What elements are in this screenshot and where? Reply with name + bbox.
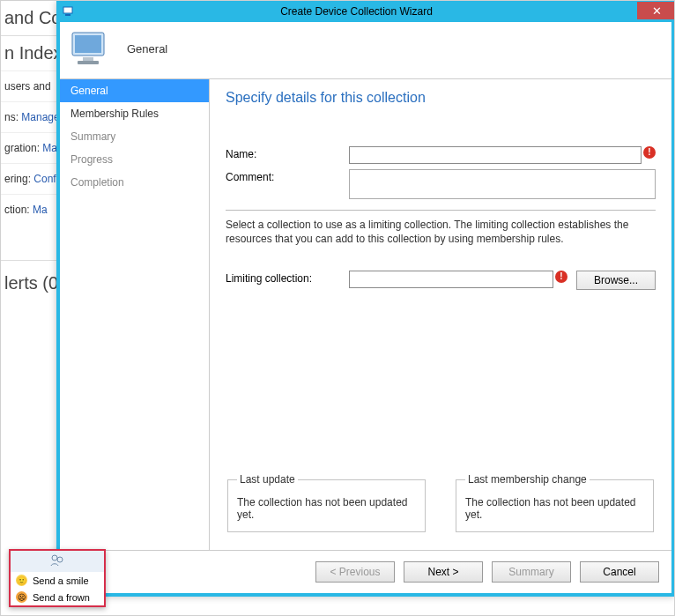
titlebar: Create Device Collection Wizard ✕ — [56, 1, 675, 22]
close-icon: ✕ — [652, 4, 662, 18]
previous-button[interactable]: < Previous — [315, 561, 395, 583]
svg-rect-4 — [83, 57, 93, 61]
summary-button[interactable]: Summary — [492, 561, 571, 583]
sidebar-item-completion[interactable]: Completion — [60, 171, 209, 194]
feedback-popup: 🙂 Send a smile ☹ Send a frown — [9, 549, 106, 607]
send-smile[interactable]: 🙂 Send a smile — [11, 572, 104, 589]
people-icon — [49, 553, 65, 569]
wizard-main: Specify details for this collection Name… — [210, 79, 671, 550]
feedback-launcher[interactable] — [11, 551, 104, 572]
last-update-group: Last update The collection has not been … — [227, 473, 426, 532]
next-button[interactable]: Next > — [404, 561, 483, 583]
last-membership-legend: Last membership change — [465, 473, 590, 486]
comment-label: Comment: — [226, 169, 349, 183]
error-icon: ! — [555, 271, 567, 283]
sidebar-item-progress[interactable]: Progress — [60, 148, 209, 171]
smile-icon: 🙂 — [16, 575, 27, 586]
wizard-body: General Membership Rules Summary Progres… — [60, 79, 671, 550]
page-title: Specify details for this collection — [226, 90, 656, 106]
dialog-title: Create Device Collection Wizard — [76, 5, 637, 18]
svg-rect-0 — [63, 7, 72, 13]
app-icon — [62, 4, 76, 19]
limiting-label: Limiting collection: — [226, 271, 349, 285]
row-comment: Comment: — [226, 169, 656, 199]
separator — [226, 210, 656, 211]
limiting-input[interactable] — [349, 271, 553, 288]
row-name: Name: ! — [226, 146, 656, 164]
sidebar-item-summary[interactable]: Summary — [60, 125, 209, 148]
svg-rect-5 — [78, 61, 99, 64]
sidebar-item-membership-rules[interactable]: Membership Rules — [60, 102, 209, 125]
last-update-value: The collection has not been updated yet. — [237, 493, 416, 521]
frown-icon: ☹ — [16, 591, 27, 603]
button-bar: < Previous Next > Summary Cancel — [60, 550, 671, 593]
header-step-label: General — [127, 42, 167, 56]
send-smile-label: Send a smile — [33, 575, 89, 586]
browse-button[interactable]: Browse... — [576, 271, 656, 290]
instruction-text: Select a collection to use as a limiting… — [226, 218, 656, 246]
wizard-dialog: Create Device Collection Wizard ✕ Genera… — [56, 1, 675, 597]
monitor-icon — [69, 29, 111, 68]
sidebar-item-general[interactable]: General — [60, 79, 209, 102]
last-membership-group: Last membership change The collection ha… — [456, 473, 654, 532]
wizard-header: General — [60, 22, 671, 79]
last-update-legend: Last update — [237, 473, 298, 486]
svg-point-7 — [57, 557, 63, 562]
svg-point-6 — [52, 555, 57, 560]
row-limiting: Limiting collection: ! Browse... — [226, 271, 656, 290]
status-groups: Last update The collection has not been … — [226, 473, 656, 532]
close-button[interactable]: ✕ — [637, 2, 675, 19]
send-frown[interactable]: ☹ Send a frown — [11, 589, 104, 605]
last-membership-value: The collection has not been updated yet. — [465, 493, 644, 521]
wizard-sidebar: General Membership Rules Summary Progres… — [60, 79, 210, 550]
cancel-button[interactable]: Cancel — [580, 561, 659, 583]
error-icon: ! — [643, 146, 656, 159]
send-frown-label: Send a frown — [33, 592, 90, 603]
svg-rect-1 — [65, 14, 70, 16]
name-input[interactable] — [349, 146, 642, 164]
name-label: Name: — [226, 146, 349, 160]
comment-input[interactable] — [349, 169, 656, 199]
svg-rect-3 — [75, 35, 101, 53]
